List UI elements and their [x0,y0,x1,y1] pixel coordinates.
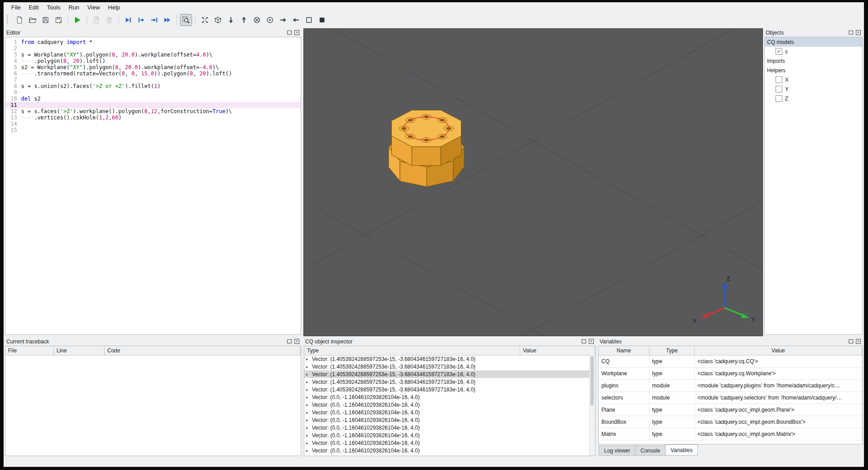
tree-item-x[interactable]: X [765,75,862,84]
tree-item-z[interactable]: Z [765,94,862,103]
inspector-row[interactable]: ▸Vector: (0.0, -1.1604610293826104e-16, … [304,401,590,409]
tree-item-y[interactable]: Y [765,84,862,94]
variable-row[interactable]: Matrixtype<class 'cadquery.occ_impl.geom… [599,428,862,440]
menu-file[interactable]: File [7,3,25,12]
vector-value: Vector: (0.0, -1.1604610293826104e-16, 4… [312,417,420,423]
save-button[interactable] [39,14,52,26]
new-file-button[interactable] [13,14,26,26]
open-file-button[interactable] [26,14,39,26]
cad-model[interactable] [389,110,464,187]
tab-console[interactable]: Console [635,445,666,456]
menu-view[interactable]: View [83,3,104,12]
iso-view-button[interactable] [212,14,224,26]
debug-step-out-button[interactable] [148,14,160,26]
delete-button[interactable] [103,14,115,26]
tree-item-helpers[interactable]: Helpers [765,66,862,75]
view-right-button[interactable] [277,14,289,26]
debug-step-button[interactable] [122,14,134,26]
checkbox[interactable]: ✓ [776,48,782,55]
expand-arrow-icon[interactable]: ▸ [306,357,312,361]
expand-arrow-icon[interactable]: ▸ [306,410,312,415]
tree-item-cq-models[interactable]: CQ models [765,37,862,47]
expand-arrow-icon[interactable]: ▸ [306,426,312,430]
checkbox[interactable] [776,86,782,92]
variable-row[interactable]: Planetype<class 'cadquery.occ_impl.geom.… [599,404,862,416]
float-panel-button[interactable] [286,338,292,344]
menu-edit[interactable]: Edit [25,3,43,12]
view-bottom-button[interactable] [225,14,237,26]
inspector-row[interactable]: ▸Vector: (1.4053924288597253e-15, -3.680… [304,386,590,393]
float-panel-button[interactable] [848,30,854,35]
float-panel-button[interactable] [581,338,587,344]
fit-view-button[interactable] [199,14,211,26]
inspector-row[interactable]: ▸Vector: (1.4053924288597253e-15, -3.680… [304,355,590,363]
inspector-row[interactable]: ▸Vector: (1.4053924288597253e-15, -3.680… [304,370,590,378]
expand-arrow-icon[interactable]: ▸ [306,372,312,377]
save-as-button[interactable] [53,14,65,26]
column-header-type[interactable]: Type [649,346,695,355]
column-header-line[interactable]: Line [54,346,105,355]
inspector-row[interactable]: ▸Vector: (0.0, -1.1604610293826104e-16, … [304,424,590,431]
menu-run[interactable]: Run [65,3,83,12]
close-panel-button[interactable]: × [855,338,861,344]
scrollbar-thumb[interactable] [591,356,594,405]
inspector-scrollbar[interactable] [589,355,595,456]
variable-row[interactable]: selectorsmodule<module 'cadquery.selecto… [599,392,862,404]
column-header-value[interactable]: Value [695,346,862,355]
view-top-button[interactable] [238,14,250,26]
expand-arrow-icon[interactable]: ▸ [306,403,312,407]
inspector-row[interactable]: ▸Vector: (1.4053924288597253e-15, -3.680… [304,363,590,370]
float-panel-button[interactable] [286,30,292,35]
inspect-toggle-button[interactable] [180,14,192,26]
view-back-button[interactable] [264,14,276,26]
column-header-file[interactable]: File [5,346,54,355]
expand-arrow-icon[interactable]: ▸ [306,441,312,445]
shaded-button[interactable] [316,14,328,26]
paste-button[interactable] [90,14,102,26]
expand-arrow-icon[interactable]: ▸ [306,448,312,453]
inspector-row[interactable]: ▸Vector: (0.0, -1.1604610293826104e-16, … [304,439,590,447]
variable-row[interactable]: pluginsmodule<module 'cadquery.plugins' … [599,380,862,392]
menu-tools[interactable]: Tools [43,3,64,12]
debug-step-into-button[interactable] [135,14,147,26]
run-icon [74,16,81,24]
column-header-name[interactable]: Name [599,346,649,355]
tree-item-imports[interactable]: Imports [765,56,862,66]
inspector-row[interactable]: ▸Vector: (1.4053924288597253e-15, -3.680… [304,378,590,386]
tree-item-s[interactable]: ✓s [765,47,862,56]
view-left-button[interactable] [290,14,302,26]
menu-help[interactable]: Help [104,3,124,12]
close-panel-button[interactable]: × [294,30,300,35]
checkbox[interactable] [776,76,782,83]
run-button[interactable] [71,14,83,26]
close-panel-button[interactable]: × [588,338,594,344]
wireframe-button[interactable] [303,14,315,26]
expand-arrow-icon[interactable]: ▸ [306,387,312,392]
variable-row[interactable]: Workplanetype<class 'cadquery.cq.Workpla… [599,368,862,380]
variable-row[interactable]: CQtype<class 'cadquery.cq.CQ'> [599,356,862,368]
inspector-row[interactable]: ▸Vector: (0.0, -1.1604610293826104e-16, … [304,416,590,424]
close-panel-button[interactable]: × [294,338,300,344]
float-panel-button[interactable] [848,338,854,344]
expand-arrow-icon[interactable]: ▸ [306,433,312,438]
expand-arrow-icon[interactable]: ▸ [306,380,312,384]
expand-arrow-icon[interactable]: ▸ [306,395,312,400]
expand-arrow-icon[interactable]: ▸ [306,365,312,369]
debug-continue-button[interactable] [161,14,173,26]
viewport-3d[interactable]: Z X Y [303,28,763,336]
view-front-button[interactable] [251,14,263,26]
inspector-row[interactable]: ▸Vector: (0.0, -1.1604610293826104e-16, … [304,393,590,401]
code-editor[interactable]: 1from cadquery import *23s = Workplane("… [5,37,301,335]
variable-row[interactable]: BoundBoxtype<class 'cadquery.occ_impl.ge… [599,416,862,428]
column-header-value[interactable]: Value [520,346,595,355]
close-panel-button[interactable]: × [855,30,861,35]
tab-variables[interactable]: Variables [665,444,698,456]
checkbox[interactable] [776,95,782,102]
inspector-row[interactable]: ▸Vector: (0.0, -1.1604610293826104e-16, … [304,409,590,416]
tab-log-viewer[interactable]: Log viewer [599,445,636,456]
column-header-code[interactable]: Code [105,346,301,355]
inspector-row[interactable]: ▸Vector: (0.0, -1.1604610293826104e-16, … [304,447,590,454]
expand-arrow-icon[interactable]: ▸ [306,418,312,422]
column-header-type[interactable]: Type [304,346,520,355]
inspector-row[interactable]: ▸Vector: (0.0, -1.1604610293826104e-16, … [304,431,590,439]
